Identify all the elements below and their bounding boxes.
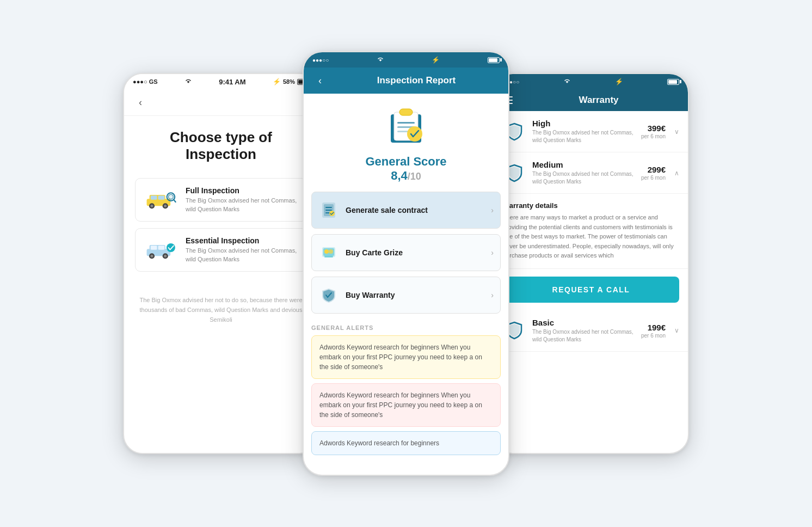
carte-label: Buy Carte Grize xyxy=(346,248,484,257)
carte-arrow-icon: › xyxy=(491,248,494,257)
svg-rect-29 xyxy=(325,207,332,208)
medium-chevron-icon: ∧ xyxy=(674,169,679,177)
alert-card-1: Adwords Keyword research for beginners W… xyxy=(311,335,501,379)
left-phone-content: Choose type of Inspection xyxy=(124,116,318,287)
left-phone-footer: The Big Oxmox advised her not to do so, … xyxy=(124,287,318,333)
alert-text-1: Adwords Keyword research for beginners W… xyxy=(319,344,482,371)
full-inspection-text: Full Inspection The Big Oxmox advised he… xyxy=(186,186,299,213)
alert-card-3: Adwords Keyword research for beginners xyxy=(311,431,501,455)
phone-center: ●●●○○ ⚡ ‹ Inspection Report xyxy=(303,51,509,476)
right-status-bar: ●●●○○ ⚡ xyxy=(494,74,688,89)
warranty-details-text: There are many ways to market a product … xyxy=(503,213,679,261)
center-phone-header: ‹ Inspection Report xyxy=(304,68,508,94)
footer-text: The Big Oxmox advised her not to do so, … xyxy=(135,296,307,324)
high-price: 399€ xyxy=(648,124,666,133)
alerts-label: GENERAL ALERTS xyxy=(311,324,501,331)
buy-carte-action[interactable]: Buy Carte Grize › xyxy=(311,234,501,271)
alert-text-3: Adwords Keyword research for beginners xyxy=(319,439,439,447)
svg-rect-2 xyxy=(151,196,157,200)
right-phone-header: Warranty xyxy=(494,89,688,111)
back-button-left[interactable]: ‹ xyxy=(133,95,148,110)
svg-point-19 xyxy=(167,243,175,252)
back-button-center[interactable]: ‹ xyxy=(312,73,328,88)
warranty-details-section: Warranty details There are many ways to … xyxy=(494,194,688,269)
basic-tier-desc: The Big Oxmox advised her not Commas, wi… xyxy=(532,328,635,344)
high-tier-desc: The Big Oxmox advised her not Commas, wi… xyxy=(532,129,635,144)
right-bt-icon: ⚡ xyxy=(615,78,623,85)
center-battery-icon xyxy=(488,57,500,63)
warranty-label-center: Buy Warranty xyxy=(346,291,484,299)
center-wifi-icon xyxy=(377,57,384,63)
essential-inspection-text: Essential Inspection The Big Oxmox advis… xyxy=(186,236,299,264)
svg-rect-30 xyxy=(325,210,332,211)
full-inspection-card[interactable]: Full Inspection The Big Oxmox advised he… xyxy=(135,178,307,222)
medium-period: per 6 mon xyxy=(641,175,666,181)
center-dots: ●●●○○ xyxy=(312,57,329,63)
phone-right: ●●●○○ ⚡ Warranty xyxy=(493,73,689,454)
full-inspection-desc: The Big Oxmox advised her not Commas, wi… xyxy=(186,197,299,213)
full-inspection-name: Full Inspection xyxy=(186,186,299,195)
basic-chevron-icon: ∨ xyxy=(674,327,679,334)
basic-price-wrap: 199€ per 6 mon xyxy=(641,323,666,339)
contract-icon xyxy=(318,200,339,220)
high-period: per 6 mon xyxy=(641,133,666,139)
warranty-content: High The Big Oxmox advised her not Comma… xyxy=(494,111,688,352)
score-denom: /10 xyxy=(408,171,421,182)
score-display: 8,4/10 xyxy=(315,169,497,183)
carrier-signal: ●●●○ GS xyxy=(133,78,158,85)
request-call-button[interactable]: REQUEST A CALL xyxy=(503,277,679,303)
alert-text-2: Adwords Keyword research for beginners W… xyxy=(319,391,482,419)
general-score-title: General Score xyxy=(315,155,497,169)
svg-rect-31 xyxy=(325,212,330,213)
score-icon xyxy=(384,105,428,148)
high-tier-info: High The Big Oxmox advised her not Comma… xyxy=(532,119,635,144)
svg-rect-13 xyxy=(151,246,157,250)
phone-left: ●●●○ GS 9:41 AM ⚡ 58% ‹ Choose type of I… xyxy=(123,73,319,454)
warranty-arrow-icon: › xyxy=(491,291,494,299)
essential-inspection-name: Essential Inspection xyxy=(186,236,299,245)
carte-icon xyxy=(318,242,339,263)
buy-warranty-action[interactable]: Buy Warranty › xyxy=(311,277,501,314)
page-title-left: Choose type of Inspection xyxy=(135,129,307,163)
time-display: 9:41 AM xyxy=(219,78,245,86)
medium-price: 299€ xyxy=(648,165,666,174)
full-inspection-icon xyxy=(143,186,178,213)
svg-rect-23 xyxy=(397,122,415,124)
score-section: General Score 8,4/10 xyxy=(304,94,508,192)
bluetooth-icon-left: ⚡ xyxy=(273,78,281,85)
medium-price-wrap: 299€ per 6 mon xyxy=(641,165,666,181)
center-status-bar: ●●●○○ ⚡ xyxy=(304,52,508,68)
svg-point-16 xyxy=(150,255,153,258)
action-list: Generate sale contract › Buy Carte Grize… xyxy=(304,192,508,314)
contract-label: Generate sale contract xyxy=(346,206,484,215)
right-wifi-icon xyxy=(563,78,571,85)
basic-tier-row[interactable]: Basic The Big Oxmox advised her not Comm… xyxy=(494,310,688,352)
left-status-bar: ●●●○ GS 9:41 AM ⚡ 58% xyxy=(124,74,318,89)
svg-rect-22 xyxy=(399,109,413,115)
high-tier-row[interactable]: High The Big Oxmox advised her not Comma… xyxy=(494,111,688,152)
essential-inspection-icon xyxy=(143,236,178,264)
left-phone-header: ‹ xyxy=(124,89,318,116)
phones-container: ●●●○ GS 9:41 AM ⚡ 58% ‹ Choose type of I… xyxy=(79,51,733,476)
medium-tier-name: Medium xyxy=(532,160,635,169)
right-battery-icon xyxy=(667,79,679,85)
svg-rect-37 xyxy=(324,256,333,258)
essential-inspection-desc: The Big Oxmox advised her not Commas, wi… xyxy=(186,247,299,264)
essential-inspection-card[interactable]: Essential Inspection The Big Oxmox advis… xyxy=(135,228,307,272)
contract-arrow-icon: › xyxy=(491,206,494,215)
right-header-title: Warranty xyxy=(518,95,679,106)
svg-rect-14 xyxy=(158,246,165,250)
medium-tier-row[interactable]: Medium The Big Oxmox advised her not Com… xyxy=(494,152,688,194)
warranty-details-title: Warranty details xyxy=(503,201,679,210)
generate-contract-action[interactable]: Generate sale contract › xyxy=(311,192,501,229)
svg-rect-3 xyxy=(158,196,165,200)
score-value: 8,4 xyxy=(391,169,408,182)
svg-point-18 xyxy=(164,255,167,258)
high-price-wrap: 399€ per 6 mon xyxy=(641,124,666,139)
medium-tier-info: Medium The Big Oxmox advised her not Com… xyxy=(532,160,635,186)
warranty-icon-center xyxy=(318,285,339,305)
high-tier-name: High xyxy=(532,119,635,128)
svg-point-35 xyxy=(324,249,329,254)
medium-tier-desc: The Big Oxmox advised her not Commas, wi… xyxy=(532,170,635,186)
center-bt-icon: ⚡ xyxy=(432,56,440,64)
